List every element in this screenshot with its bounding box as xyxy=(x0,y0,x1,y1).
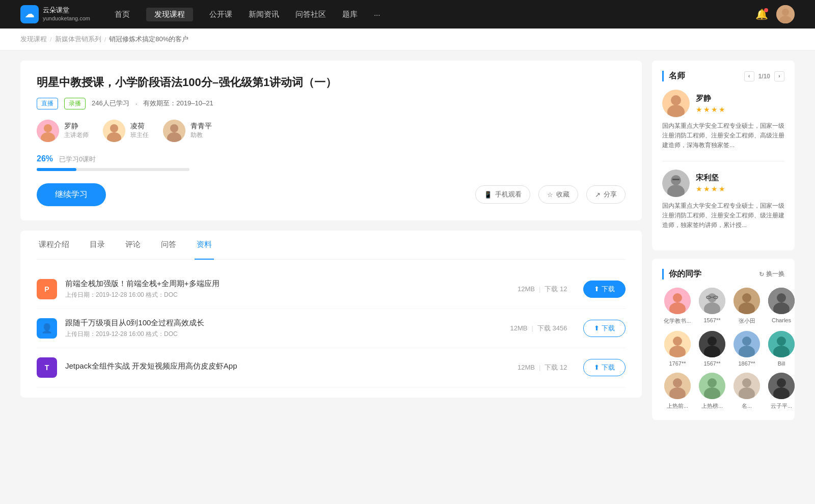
nav-open[interactable]: 公开课 xyxy=(209,8,232,21)
refresh-icon: ↻ xyxy=(759,271,764,278)
badge-live: 直播 xyxy=(37,98,58,109)
nav-quiz[interactable]: 题库 xyxy=(342,8,358,21)
classmate-name-10: 名... xyxy=(731,402,762,410)
classmate-name-4: 1767** xyxy=(662,360,693,367)
classmate-avatar-9 xyxy=(699,373,725,399)
svg-point-44 xyxy=(777,337,786,346)
progress-pct: 26% xyxy=(37,154,53,163)
classmate-name-5: 1567** xyxy=(697,360,727,367)
file-name-0: 前端全栈加强版！前端全栈+全周期+多端应用 xyxy=(65,279,509,289)
teacher-sidebar-stars-0: ★★★★ xyxy=(696,105,726,114)
teacher-sidebar-info-0: 罗静 ★★★★ xyxy=(696,94,726,114)
teachers-next-btn[interactable]: › xyxy=(774,71,784,81)
classmate-name-7: Bill xyxy=(766,360,797,367)
svg-point-47 xyxy=(673,378,682,387)
file-icon-2: T xyxy=(37,357,57,378)
breadcrumb-sep-2: / xyxy=(104,36,106,43)
teachers-list: 罗静 主讲老师 凌荷 班主任 xyxy=(37,120,626,142)
collect-button[interactable]: ☆ 收藏 xyxy=(538,185,578,204)
file-stats-1: 12MB | 下载 3456 xyxy=(510,324,567,333)
breadcrumb-discover[interactable]: 发现课程 xyxy=(20,35,47,44)
breadcrumb: 发现课程 / 新媒体营销系列 / 销冠修炼术搞定80%的客户 xyxy=(0,29,815,50)
navbar: ☁ 云朵课堂yunduoketang.com 首页 发现课程 公开课 新闻资讯 … xyxy=(0,0,815,29)
svg-point-13 xyxy=(671,95,681,105)
refresh-classmates-btn[interactable]: ↻ 换一换 xyxy=(759,270,784,278)
file-info-2: Jetpack全组件实战 开发短视频应用高仿皮皮虾App xyxy=(65,361,509,373)
tab-intro[interactable]: 课程介绍 xyxy=(37,231,71,260)
file-icon-1: 👤 xyxy=(37,318,57,339)
file-downloads-2: 下载 12 xyxy=(545,363,567,372)
svg-point-56 xyxy=(777,378,786,387)
svg-point-38 xyxy=(708,337,717,346)
tab-catalog[interactable]: 目录 xyxy=(88,231,107,260)
classmates-header: 你的同学 ↻ 换一换 xyxy=(662,269,784,279)
mobile-watch-button[interactable]: 📱 手机观看 xyxy=(475,185,530,204)
classmate-9: 上热榜... xyxy=(697,373,727,410)
logo-text: 云朵课堂yunduoketang.com xyxy=(43,6,90,22)
classmate-10: 名... xyxy=(731,373,762,410)
mobile-icon: 📱 xyxy=(484,191,492,199)
classmate-2: 张小田 xyxy=(731,288,762,325)
classmate-avatar-4 xyxy=(664,331,691,357)
classmate-3: Charles xyxy=(766,288,797,325)
tab-content-files: P 前端全栈加强版！前端全栈+全周期+多端应用 上传日期：2019-12-28 … xyxy=(37,260,626,398)
classmate-name-0: 化学教书... xyxy=(662,317,693,325)
tab-qa[interactable]: 问答 xyxy=(159,231,178,260)
breadcrumb-series[interactable]: 新媒体营销系列 xyxy=(55,35,101,44)
teachers-sidebar-title: 名师 ‹ 1/10 › xyxy=(662,71,784,81)
svg-point-4 xyxy=(44,124,52,132)
nav-news[interactable]: 新闻资讯 xyxy=(249,8,279,21)
action-btns: 📱 手机观看 ☆ 收藏 ↗ 分享 xyxy=(475,185,626,204)
bell-icon[interactable]: 🔔 xyxy=(755,8,768,20)
teacher-sidebar-avatar-1 xyxy=(662,170,690,197)
download-button-2[interactable]: ⬆ 下载 xyxy=(583,359,626,376)
tab-files[interactable]: 资料 xyxy=(195,231,214,260)
file-item-2: T Jetpack全组件实战 开发短视频应用高仿皮皮虾App 12MB | 下载… xyxy=(37,348,626,387)
classmate-avatar-3 xyxy=(768,288,795,314)
nav-discover[interactable]: 发现课程 xyxy=(146,8,193,21)
tab-review[interactable]: 评论 xyxy=(123,231,143,260)
teachers-prev-btn[interactable]: ‹ xyxy=(744,71,754,81)
classmate-name-9: 上热榜... xyxy=(697,402,727,410)
classmate-avatar-1 xyxy=(699,288,725,314)
svg-rect-18 xyxy=(672,179,680,180)
badge-record: 录播 xyxy=(64,98,86,109)
teacher-name-0: 罗静 xyxy=(64,122,89,131)
classmate-avatar-0 xyxy=(664,288,691,314)
teacher-sidebar-name-0: 罗静 xyxy=(696,94,726,103)
file-size-0: 12MB xyxy=(518,285,535,293)
download-button-1[interactable]: ⬆ 下载 xyxy=(583,320,626,337)
continue-button[interactable]: 继续学习 xyxy=(37,183,106,206)
classmate-4: 1767** xyxy=(662,331,693,367)
classmate-name-8: 上热前... xyxy=(662,402,693,410)
share-icon: ↗ xyxy=(595,191,601,199)
teacher-avatar-1 xyxy=(103,120,125,142)
teacher-sidebar-header-0: 罗静 ★★★★ xyxy=(662,90,784,117)
dot-sep: · xyxy=(135,100,138,107)
share-button[interactable]: ↗ 分享 xyxy=(586,185,626,204)
teacher-role-1: 班主任 xyxy=(130,131,149,139)
teacher-1: 凌荷 班主任 xyxy=(103,120,149,142)
file-item-0: P 前端全栈加强版！前端全栈+全周期+多端应用 上传日期：2019-12-28 … xyxy=(37,270,626,309)
breadcrumb-sep-1: / xyxy=(50,36,52,43)
nav-home[interactable]: 首页 xyxy=(115,8,130,21)
course-card: 明星中教授课，小学阶段语法100分–强化级第1讲动词（一） 直播 录播 246人… xyxy=(20,61,642,220)
tabs: 课程介绍 目录 评论 问答 资料 xyxy=(37,231,626,260)
nav-more[interactable]: ··· xyxy=(374,8,381,21)
classmates-card: 你的同学 ↻ 换一换 化学教书... 1567** xyxy=(652,259,795,420)
svg-point-7 xyxy=(110,124,118,132)
valid-until: 有效期至：2019–10–21 xyxy=(143,99,213,108)
classmate-7: Bill xyxy=(766,331,797,367)
download-button-0[interactable]: ⬆ 下载 xyxy=(583,281,626,298)
teacher-sidebar-stars-1: ★★★★ xyxy=(696,185,726,193)
logo[interactable]: ☁ 云朵课堂yunduoketang.com xyxy=(20,5,90,23)
user-avatar[interactable] xyxy=(776,5,795,23)
classmate-5: 1567** xyxy=(697,331,727,367)
teacher-role-0: 主讲老师 xyxy=(64,131,89,139)
classmate-name-1: 1567** xyxy=(697,317,727,323)
file-icon-0: P xyxy=(37,279,57,299)
classmate-avatar-6 xyxy=(734,331,760,357)
nav-qa[interactable]: 问答社区 xyxy=(295,8,326,21)
content-area: 明星中教授课，小学阶段语法100分–强化级第1讲动词（一） 直播 录播 246人… xyxy=(20,61,642,428)
svg-point-53 xyxy=(742,378,751,387)
